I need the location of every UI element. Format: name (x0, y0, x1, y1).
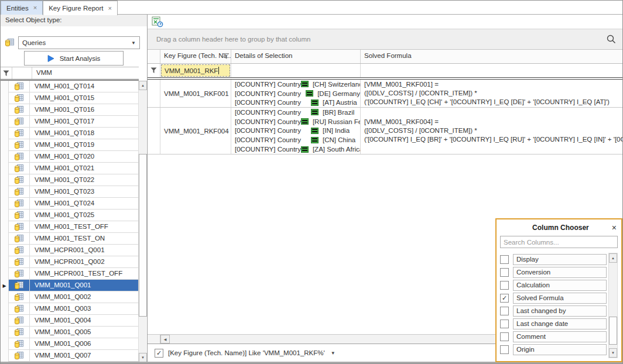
start-analysis-button[interactable]: Start Analysis (24, 51, 124, 66)
column-label[interactable]: Origin (513, 344, 607, 355)
row-indicator: ▶ (1, 221, 9, 233)
dimension-label: [0COUNTRY] Country (235, 146, 301, 153)
list-item[interactable]: ▶ VMM_M001_Q004 (1, 315, 139, 327)
list-item-label: VMM_M001_Q001 (30, 280, 139, 291)
list-item[interactable]: ▶ VMM_HCPR001_TEST_OFF (1, 268, 139, 280)
column-filter-funnel-icon[interactable] (223, 53, 229, 59)
list-item[interactable]: ▶ VMM_H001_QT024 (1, 198, 139, 210)
tab-key-figure-report[interactable]: Key Figure Report × (43, 1, 118, 15)
dimension-label: [0COUNTRY] Country (235, 136, 311, 143)
table-row[interactable]: VMM_M001_RKF001 [0COUNTRY] Country [CH] … (148, 80, 623, 108)
table-row[interactable]: VMM_M001_RKF004 [0COUNTRY] Country [BR] … (148, 108, 623, 154)
column-chooser-titlebar[interactable]: Column Chooser × (497, 219, 621, 236)
column-checkbox[interactable] (500, 332, 509, 341)
list-item[interactable]: ▶ VMM_M001_Q003 (1, 303, 139, 315)
list-item[interactable]: ▶ VMM_H001_QT019 (1, 139, 139, 151)
column-chooser-item[interactable]: Origin (500, 343, 607, 356)
column-label[interactable]: Calculation (513, 280, 607, 291)
filter-enabled-checkbox[interactable]: ✓ (155, 349, 163, 358)
group-by-panel[interactable]: Drag a column header here to group by th… (148, 29, 623, 50)
chevron-down-icon[interactable]: ▼ (331, 351, 336, 356)
column-chooser-item[interactable]: Last change date (500, 317, 607, 330)
selection-value: [RU] Russian Fed. (313, 118, 361, 125)
list-item[interactable]: ▶ VMM_H001_QT014 (1, 81, 139, 92)
column-label[interactable]: Last change date (513, 318, 607, 329)
export-excel-icon[interactable] (152, 16, 163, 28)
scroll-down-icon[interactable]: ▼ (609, 348, 617, 358)
tab-entities[interactable]: Entities × (1, 1, 43, 15)
row-indicator: ▶ (1, 81, 9, 92)
list-item[interactable]: ▶ VMM_H001_QT021 (1, 163, 139, 174)
scroll-up-icon[interactable]: ▲ (139, 81, 147, 90)
list-item-label: VMM_H001_QT018 (30, 128, 139, 139)
list-item[interactable]: ▶ VMM_H001_QT018 (1, 128, 139, 139)
column-header-key-figure[interactable]: Key Figure (Tech. Na... (160, 50, 231, 63)
column-chooser-item[interactable]: Calculation (500, 279, 607, 291)
filter-cell-details[interactable] (231, 64, 361, 77)
list-scrollbar[interactable]: ▲ ▼ (138, 81, 146, 362)
scrollbar-thumb[interactable] (609, 317, 617, 345)
solved-formula-cell: [VMM_M001_RKF001] =([0DLV_COSTS] / [0CON… (361, 80, 623, 107)
start-analysis-label: Start Analysis (60, 55, 101, 62)
list-filter-input[interactable]: VMM (32, 67, 139, 79)
column-checkbox[interactable] (500, 345, 509, 354)
column-chooser-item[interactable]: Comment (500, 330, 607, 343)
list-item[interactable]: ▶ VMM_H001_QT015 (1, 92, 139, 104)
report-toolbar (148, 15, 623, 29)
list-item[interactable]: ▶ VMM_M001_Q006 (1, 338, 139, 350)
column-chooser-item[interactable]: Last changed by (500, 304, 607, 317)
filter-expression[interactable]: [Key Figure (Tech. Name)] Like 'VMM_M001… (168, 349, 325, 356)
filter-cell-key-figure[interactable]: VMM_M001_RKF (160, 64, 231, 77)
column-label[interactable]: Conversion (513, 267, 607, 278)
column-label[interactable]: Solved Formula (513, 293, 607, 304)
list-item[interactable]: ▶ VMM_M001_Q005 (1, 327, 139, 338)
list-item[interactable]: ▶ VMM_M001_Q002 (1, 291, 139, 303)
column-checkbox[interactable] (500, 281, 509, 290)
column-chooser-title: Column Chooser (501, 224, 612, 232)
column-checkbox[interactable] (500, 268, 509, 277)
selection-value: [ZA] South Africa (313, 146, 361, 153)
close-icon[interactable]: × (33, 5, 37, 11)
column-label[interactable]: Comment (513, 331, 607, 342)
column-checkbox[interactable] (500, 307, 509, 315)
list-item[interactable]: ▶ VMM_HCPR001_Q001 (1, 245, 139, 256)
column-chooser-item[interactable]: ✓ Solved Formula (500, 291, 607, 304)
list-item-label: VMM_H001_QT014 (30, 81, 139, 92)
search-icon[interactable] (606, 34, 617, 44)
column-checkbox[interactable] (500, 255, 509, 264)
object-type-dropdown[interactable]: Queries ▼ (18, 36, 140, 49)
query-icon (9, 210, 30, 221)
list-item[interactable]: ▶ VMM_H001_QT020 (1, 151, 139, 163)
list-item[interactable]: ▶ VMM_H001_QT016 (1, 104, 139, 116)
list-item[interactable]: ▶ VMM_H001_TEST_ON (1, 233, 139, 245)
close-icon[interactable]: × (108, 5, 111, 12)
scrollbar-thumb[interactable] (139, 154, 147, 317)
column-chooser-item[interactable]: Display (500, 253, 607, 266)
list-item[interactable]: ▶ VMM_H001_QT022 (1, 174, 139, 186)
list-item[interactable]: ▶ VMM_M001_Q007 (1, 350, 139, 362)
filter-cell-formula[interactable] (361, 64, 623, 77)
list-item[interactable]: ▶ VMM_H001_QT017 (1, 116, 139, 128)
list-item[interactable]: ▶ VMM_H001_TEST_OFF (1, 221, 139, 233)
column-header-details[interactable]: Details of Selection (231, 50, 361, 63)
column-chooser-item[interactable]: Conversion (500, 266, 607, 279)
column-checkbox[interactable] (500, 320, 509, 328)
row-indicator: ▶ (1, 327, 9, 338)
scroll-down-icon[interactable]: ▼ (139, 353, 147, 362)
list-item[interactable]: ▶ VMM_M001_Q001 (1, 280, 139, 291)
close-icon[interactable]: × (612, 224, 617, 232)
column-checkbox[interactable]: ✓ (500, 294, 509, 303)
list-item[interactable]: ▶ VMM_H001_QT023 (1, 186, 139, 198)
search-columns-input[interactable]: Search Columns... (500, 236, 618, 248)
column-label[interactable]: Display (513, 254, 607, 265)
column-header-solved-formula[interactable]: Solved Formula (361, 50, 623, 63)
equals-operator-icon (311, 99, 319, 106)
list-item[interactable]: ▶ VMM_H001_QT025 (1, 210, 139, 221)
query-icon (9, 303, 30, 315)
column-label[interactable]: Last changed by (513, 305, 607, 317)
scroll-up-icon[interactable]: ▲ (609, 253, 617, 263)
list-item[interactable]: ▶ VMM_HCPR001_Q002 (1, 256, 139, 268)
column-chooser-scrollbar[interactable]: ▲ ▼ (608, 253, 618, 358)
scroll-left-icon[interactable]: ◀ (160, 335, 170, 344)
row-indicator: ▶ (1, 139, 9, 151)
